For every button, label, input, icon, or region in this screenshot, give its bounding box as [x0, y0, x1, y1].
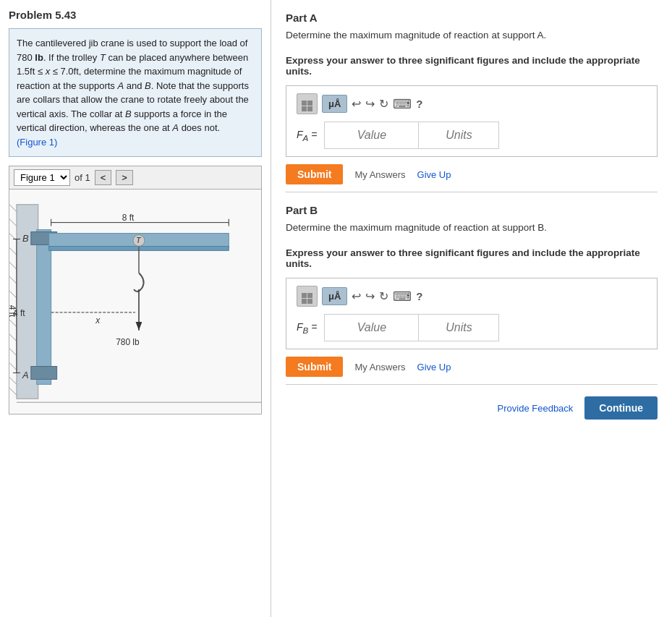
- part-b-submit-btn[interactable]: Submit: [286, 357, 343, 377]
- figure-container: Figure 1 of 1 < >: [9, 166, 262, 414]
- figure-prev-btn[interactable]: <: [95, 170, 112, 185]
- part-b-my-answers-link[interactable]: My Answers: [354, 362, 405, 373]
- svg-text:4 ft: 4 ft: [13, 308, 25, 318]
- part-a-give-up-link[interactable]: Give Up: [417, 169, 451, 180]
- figure-next-btn[interactable]: >: [116, 170, 133, 185]
- part-b-matrix-btn[interactable]: [297, 286, 318, 307]
- part-a-input-wrapper: [324, 122, 499, 149]
- part-b-input-wrapper: [324, 314, 499, 341]
- part-b-title: Part B: [286, 204, 658, 216]
- part-a-units-input[interactable]: [419, 122, 498, 148]
- part-a-toolbar: μÅ ↩ ↪ ↻ ⌨ ?: [297, 93, 647, 114]
- part-b-undo-icon[interactable]: ↩: [352, 289, 361, 303]
- part-a-matrix-btn[interactable]: [297, 93, 318, 114]
- part-b-give-up-link[interactable]: Give Up: [417, 362, 451, 373]
- part-b-toolbar: μÅ ↩ ↪ ↻ ⌨ ?: [297, 286, 647, 307]
- svg-text:8 ft: 8 ft: [122, 213, 135, 223]
- part-a-submit-row: Submit My Answers Give Up: [286, 164, 658, 184]
- svg-rect-16: [37, 230, 51, 385]
- part-b-submit-row: Submit My Answers Give Up: [286, 357, 658, 377]
- part-a-mu-btn[interactable]: μÅ: [322, 95, 347, 113]
- svg-text:A: A: [22, 370, 29, 380]
- figure-link[interactable]: (Figure 1): [17, 137, 57, 148]
- figure-select[interactable]: Figure 1: [14, 169, 70, 186]
- left-panel: Problem 5.43 The cantilevered jib crane …: [0, 0, 271, 617]
- problem-description: The cantilevered jib crane is used to su…: [9, 28, 262, 157]
- continue-btn[interactable]: Continue: [584, 396, 658, 420]
- svg-text:x: x: [95, 315, 101, 325]
- part-a-instruction: Determine the maximum magnitude of react…: [286, 30, 658, 41]
- figure-header: Figure 1 of 1 < >: [9, 166, 261, 190]
- part-b-sub-instruction: Express your answer to three significant…: [286, 247, 658, 269]
- part-a-input-row: FA =: [297, 122, 647, 149]
- part-b-answer-box: μÅ ↩ ↪ ↻ ⌨ ? FB =: [286, 278, 658, 349]
- figure-of-text: of 1: [75, 172, 90, 183]
- part-a-sub-instruction: Express your answer to three significant…: [286, 55, 658, 77]
- part-a-redo-icon[interactable]: ↪: [365, 97, 375, 111]
- part-b-mu-btn[interactable]: μÅ: [322, 287, 347, 305]
- part-b-input-row: FB =: [297, 314, 647, 341]
- part-b-refresh-icon[interactable]: ↻: [379, 289, 388, 303]
- part-a-section: Part A Determine the maximum magnitude o…: [286, 0, 658, 192]
- svg-text:780 lb: 780 lb: [116, 337, 140, 347]
- part-a-keyboard-icon[interactable]: ⌨: [393, 96, 412, 112]
- provide-feedback-link[interactable]: Provide Feedback: [498, 403, 574, 414]
- part-a-refresh-icon[interactable]: ↻: [379, 97, 388, 111]
- part-a-answer-box: μÅ ↩ ↪ ↻ ⌨ ? FA =: [286, 85, 658, 157]
- problem-title: Problem 5.43: [9, 9, 262, 21]
- part-b-redo-icon[interactable]: ↪: [365, 289, 375, 303]
- svg-rect-19: [31, 366, 57, 379]
- part-a-submit-btn[interactable]: Submit: [286, 164, 343, 184]
- figure-image: B A T: [9, 190, 261, 414]
- part-b-keyboard-icon[interactable]: ⌨: [393, 289, 412, 305]
- svg-text:B: B: [22, 233, 29, 244]
- part-b-value-input[interactable]: [325, 315, 419, 341]
- part-a-undo-icon[interactable]: ↩: [352, 97, 361, 111]
- part-b-instruction: Determine the maximum magnitude of react…: [286, 222, 658, 233]
- part-b-help-icon[interactable]: ?: [416, 290, 422, 302]
- part-b-eq-label: FB =: [297, 321, 317, 335]
- part-a-my-answers-link[interactable]: My Answers: [354, 169, 405, 180]
- right-panel: Part A Determine the maximum magnitude o…: [271, 0, 672, 617]
- part-a-help-icon[interactable]: ?: [416, 98, 422, 110]
- part-b-units-input[interactable]: [419, 315, 498, 341]
- bottom-actions: Provide Feedback Continue: [286, 385, 658, 420]
- part-a-title: Part A: [286, 12, 658, 24]
- problem-text: The cantilevered jib crane is used to su…: [17, 38, 249, 133]
- part-a-value-input[interactable]: [325, 122, 419, 148]
- part-b-section: Part B Determine the maximum magnitude o…: [286, 192, 658, 385]
- part-a-eq-label: FA =: [297, 129, 317, 142]
